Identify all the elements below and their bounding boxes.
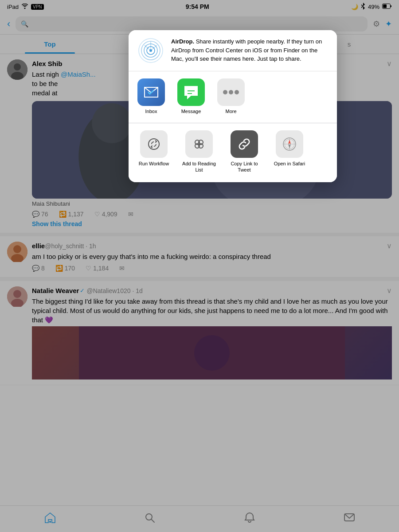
run-workflow-icon [140,130,168,158]
action-open-safari[interactable]: Open in Safari [270,130,309,167]
action-copy-link[interactable]: Copy Link to Tweet [224,130,264,173]
airdrop-title: AirDrop. [171,38,194,45]
run-workflow-label: Run Workflow [139,160,169,167]
airdrop-section: AirDrop. Share instantly with people nea… [129,30,337,71]
airdrop-description: Share instantly with people nearby. If t… [171,38,322,62]
copy-link-icon [231,130,258,158]
svg-point-30 [223,90,227,94]
app-inbox[interactable]: Inbox [137,78,165,114]
open-safari-icon [276,130,303,158]
action-run-workflow[interactable]: Run Workflow [134,130,174,167]
inbox-icon [137,78,165,106]
add-reading-label: Add to Reading List [179,160,219,173]
svg-point-32 [235,90,239,94]
message-icon [177,78,205,106]
airdrop-icon [137,37,164,64]
message-label: Message [181,109,201,114]
action-add-reading[interactable]: Add to Reading List [179,130,219,173]
add-reading-icon [185,130,213,158]
share-sheet: AirDrop. Share instantly with people nea… [129,30,337,182]
svg-point-31 [229,90,233,94]
app-message[interactable]: Message [177,78,205,114]
more-icon [217,78,245,106]
more-label: More [225,109,236,114]
open-safari-label: Open in Safari [274,160,305,167]
apps-section: Inbox Message More [129,71,337,123]
app-more[interactable]: More [217,78,245,114]
copy-link-label: Copy Link to Tweet [224,160,264,173]
airdrop-text: AirDrop. Share instantly with people nea… [171,37,328,63]
actions-section: Run Workflow Add to Reading List [129,123,337,182]
inbox-label: Inbox [145,109,157,114]
